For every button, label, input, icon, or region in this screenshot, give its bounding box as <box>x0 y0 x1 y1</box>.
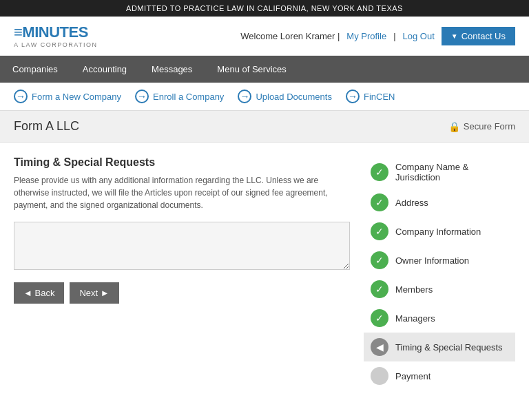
lock-icon: 🔒 <box>448 121 460 132</box>
logo-sub: A LAW CORPORATION <box>14 41 98 48</box>
logout-link[interactable]: Log Out <box>403 31 435 41</box>
logo-main: ≡MINUTES <box>14 23 98 41</box>
step-label-address: Address <box>395 198 428 208</box>
subnav-form-company-label: Form a New Company <box>32 92 121 102</box>
step-icon-company-info: ✓ <box>371 222 388 240</box>
page-header: Form A LLC 🔒 Secure Form <box>0 111 529 143</box>
step-label-payment: Payment <box>395 371 431 381</box>
steps-sidebar: ✓ Company Name & Jurisdiction ✓ Address … <box>364 156 515 390</box>
nav-item-messages[interactable]: Messages <box>139 56 205 83</box>
form-section-title: Timing & Special Requests <box>14 156 350 169</box>
step-members: ✓ Members <box>364 275 515 304</box>
step-icon-owner-info: ✓ <box>371 251 388 269</box>
subnav-enroll-company[interactable]: → Enroll a Company <box>135 90 224 103</box>
step-icon-managers: ✓ <box>371 309 388 327</box>
subnav-upload-documents[interactable]: → Upload Documents <box>238 90 332 103</box>
header: ≡MINUTES A LAW CORPORATION Welcome Loren… <box>0 17 529 56</box>
nav-item-accounting[interactable]: Accounting <box>70 56 139 83</box>
step-managers: ✓ Managers <box>364 304 515 333</box>
profile-link[interactable]: My Profile <box>346 31 386 41</box>
step-icon-address: ✓ <box>371 193 388 211</box>
step-label-company-name: Company Name & Jurisdiction <box>395 162 508 182</box>
top-banner-text: ADMITTED TO PRACTICE LAW IN CALIFORNIA, … <box>126 4 403 12</box>
page-title: Form A LLC <box>14 119 79 134</box>
back-button-label: ◄ Back <box>23 288 54 298</box>
form-buttons: ◄ Back Next ► <box>14 282 350 304</box>
step-company-info: ✓ Company Information <box>364 217 515 246</box>
main-nav: Companies Accounting Messages Menu of Se… <box>0 56 529 83</box>
header-right: Welcome Loren Kramer | My Profile | Log … <box>240 27 515 45</box>
step-icon-company-name: ✓ <box>371 163 388 181</box>
form-section-desc: Please provide us with any additional in… <box>14 174 350 211</box>
step-address: ✓ Address <box>364 188 515 217</box>
step-label-company-info: Company Information <box>395 227 481 237</box>
special-requests-textarea[interactable] <box>14 222 350 270</box>
secure-form-label: Secure Form <box>464 121 515 132</box>
step-timing: ◀ Timing & Special Requests <box>364 333 515 361</box>
logo-prefix: ≡ <box>14 23 22 41</box>
step-label-managers: Managers <box>395 313 435 324</box>
main-content: Timing & Special Requests Please provide… <box>0 143 529 404</box>
step-label-owner-info: Owner Information <box>395 255 469 266</box>
subnav-enroll-company-label: Enroll a Company <box>153 92 224 102</box>
logo-text: MINUTES <box>22 23 88 41</box>
step-company-name: ✓ Company Name & Jurisdiction <box>364 156 515 188</box>
form-area: Timing & Special Requests Please provide… <box>14 156 350 390</box>
step-icon-timing: ◀ <box>371 338 388 356</box>
step-label-members: Members <box>395 284 433 295</box>
step-label-timing: Timing & Special Requests <box>395 342 503 353</box>
subnav-fincen-label: FinCEN <box>364 92 395 102</box>
step-icon-members: ✓ <box>371 280 388 298</box>
step-icon-payment <box>371 367 388 385</box>
subnav-enroll-company-icon: → <box>135 90 149 103</box>
subnav-fincen-icon: → <box>346 90 360 103</box>
secure-form-badge: 🔒 Secure Form <box>448 121 515 132</box>
logo: ≡MINUTES A LAW CORPORATION <box>14 23 98 48</box>
contact-caret: ▼ <box>451 32 458 40</box>
subnav-fincen[interactable]: → FinCEN <box>346 90 395 103</box>
step-owner-info: ✓ Owner Information <box>364 246 515 275</box>
subnav-upload-documents-icon: → <box>238 90 251 103</box>
top-banner: ADMITTED TO PRACTICE LAW IN CALIFORNIA, … <box>0 0 529 17</box>
subnav-upload-documents-label: Upload Documents <box>256 92 332 102</box>
step-payment: Payment <box>364 361 515 390</box>
subnav-form-company-icon: → <box>14 90 28 103</box>
contact-btn-label: Contact Us <box>461 31 506 41</box>
nav-item-menu-of-services[interactable]: Menu of Services <box>205 56 298 83</box>
welcome-text: Welcome Loren Kramer | <box>240 31 340 41</box>
sub-nav: → Form a New Company → Enroll a Company … <box>0 83 529 111</box>
nav-item-companies[interactable]: Companies <box>0 56 70 83</box>
next-button-label: Next ► <box>79 288 109 298</box>
back-button[interactable]: ◄ Back <box>14 282 64 304</box>
contact-button[interactable]: ▼ Contact Us <box>442 27 515 45</box>
subnav-form-company[interactable]: → Form a New Company <box>14 90 121 103</box>
next-button[interactable]: Next ► <box>70 282 118 304</box>
